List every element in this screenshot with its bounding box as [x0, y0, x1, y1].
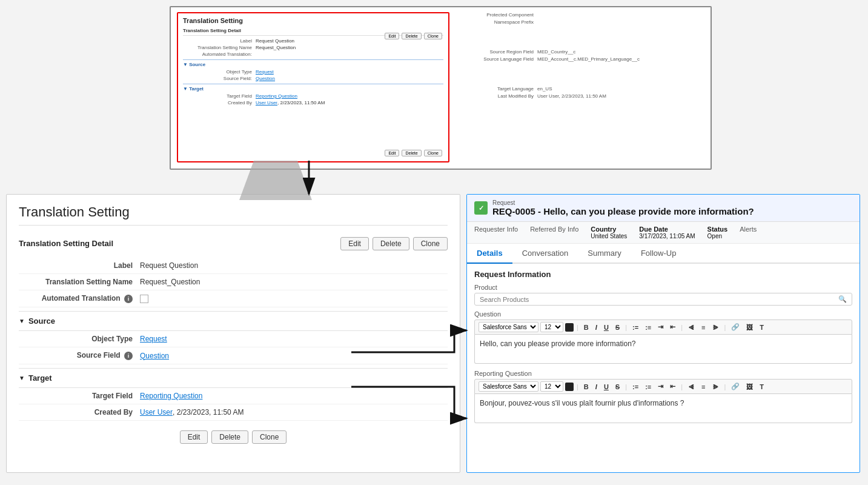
nav-country: Country United States [591, 226, 627, 239]
thumbnail-objtype-value[interactable]: Request [256, 69, 274, 75]
clone-button[interactable]: Clone [413, 237, 448, 250]
rq-underline-btn[interactable]: U [601, 383, 611, 391]
rq-indent-btn[interactable]: ⇥ [655, 382, 666, 391]
rq-link-btn[interactable]: 🔗 [729, 382, 742, 391]
rq-image-btn[interactable]: 🖼 [744, 383, 755, 391]
tab-followup[interactable]: Follow-Up [631, 244, 686, 264]
question-bold-btn[interactable]: B [581, 323, 591, 332]
rp-sub-label: Request [492, 199, 754, 206]
thumbnail-clone-btn2[interactable]: Clone [424, 150, 442, 156]
thumbnail-clone-btn[interactable]: Clone [424, 33, 442, 39]
question-editor[interactable]: Hello, can you please provide more infor… [474, 335, 852, 364]
question-align-center-btn[interactable]: ≡ [699, 323, 707, 332]
objtype-row: Object Type Request [19, 335, 448, 347]
edit-button-bottom[interactable]: Edit [180, 430, 208, 444]
createdby-user-link[interactable]: User User [140, 408, 173, 416]
question-color-picker[interactable] [565, 323, 574, 332]
nav-due-date-value: 3/17/2023, 11:05 AM [639, 233, 695, 239]
thumbnail-srcregion-row: Source Region Field MED_Country__c [459, 49, 701, 55]
reporting-question-text: Bonjour, pouvez-vous s'il vous plaît fou… [480, 399, 684, 407]
source-section-header[interactable]: ▼ Source [19, 311, 448, 331]
rq-italic-btn[interactable]: I [593, 383, 600, 391]
reporting-question-editor[interactable]: Bonjour, pouvez-vous s'il vous plaît fou… [474, 394, 852, 423]
question-underline-btn[interactable]: U [601, 323, 611, 332]
thumbnail-lastmod-key: Last Modified By [459, 93, 537, 99]
nav-requester-info[interactable]: Requester Info [474, 226, 518, 239]
autotrans-checkbox[interactable] [140, 295, 148, 303]
question-image-btn[interactable]: 🖼 [744, 323, 755, 332]
thumbnail-srcfield-value[interactable]: Question [256, 76, 275, 81]
thumbnail-tgtfield-key: Target Field [183, 93, 256, 99]
question-ul-btn[interactable]: :≡ [643, 323, 654, 332]
autotrans-field-label: Automated Translation i [19, 294, 140, 303]
nav-due-date: Due Date 3/17/2023, 11:05 AM [639, 226, 695, 239]
question-italic-btn[interactable]: I [593, 323, 600, 332]
nav-referred-by[interactable]: Referred By Info [530, 226, 578, 239]
rq-size-select[interactable]: 12 [540, 381, 563, 392]
thumbnail-tgtlang-value: en_US [537, 86, 552, 92]
tgtfield-field-value[interactable]: Reporting Question [140, 392, 202, 400]
tab-details[interactable]: Details [467, 244, 512, 264]
rq-ol-btn[interactable]: := [630, 383, 641, 391]
detail-section-header: Translation Setting Detail [19, 239, 113, 248]
edit-button[interactable]: Edit [340, 237, 369, 250]
question-align-right-btn[interactable]: ⫸ [710, 323, 721, 332]
thumbnail-createdby-value[interactable]: User User [256, 100, 277, 105]
rq-clear-btn[interactable]: T [757, 383, 766, 391]
nav-country-value: United States [591, 233, 627, 239]
nav-alerts[interactable]: Alerts [740, 226, 757, 239]
question-link-btn[interactable]: 🔗 [729, 323, 742, 332]
target-section-header[interactable]: ▼ Target [19, 368, 448, 388]
rq-align-center-btn[interactable]: ≡ [699, 383, 707, 391]
question-indent-btn[interactable]: ⇥ [655, 323, 666, 332]
question-strike-btn[interactable]: S [613, 323, 622, 332]
thumbnail-tgtfield-value[interactable]: Reporting Question [256, 93, 297, 99]
target-section-label: Target [28, 373, 52, 383]
thumbnail-protected-row: Protected Component [459, 12, 701, 18]
objtype-field-value[interactable]: Request [140, 335, 167, 343]
rq-color-picker[interactable] [565, 383, 574, 391]
tab-conversation[interactable]: Conversation [512, 244, 578, 264]
question-align-left-btn[interactable]: ⫷ [686, 323, 697, 332]
tsname-field-value: Request_Question [140, 278, 200, 286]
thumbnail-srcregion-value: MED_Country__c [537, 49, 575, 55]
delete-button-bottom[interactable]: Delete [211, 430, 248, 444]
thumbnail-edit-btn[interactable]: Edit [385, 33, 399, 39]
thumbnail-createdby-date: , 2/23/2023, 11:50 AM [277, 100, 325, 105]
thumbnail-edit-btn2[interactable]: Edit [385, 150, 399, 156]
delete-button[interactable]: Delete [373, 237, 409, 250]
thumbnail-label-key: Label [183, 38, 256, 44]
rq-align-right-btn[interactable]: ⫸ [710, 383, 721, 391]
rq-strike-btn[interactable]: S [613, 383, 622, 391]
thumbnail-createdby-row: Created By User User , 2/23/2023, 11:50 … [183, 100, 443, 105]
reporting-question-label: Reporting Question [474, 370, 852, 377]
label-field-value: Request Question [140, 261, 198, 270]
target-arrow-icon: ▼ [19, 375, 25, 381]
thumbnail-delete-btn2[interactable]: Delete [402, 150, 421, 156]
source-section-label: Source [28, 316, 55, 326]
clone-button-bottom[interactable]: Clone [252, 430, 287, 444]
product-search-input[interactable] [480, 296, 836, 303]
thumbnail-inner-box: Translation Setting Edit Delete Clone Tr… [177, 12, 449, 162]
question-outdent-btn[interactable]: ⇤ [668, 323, 678, 332]
thumbnail-srclang-key: Source Language Field [459, 56, 537, 62]
question-ol-btn[interactable]: := [630, 323, 641, 332]
tab-summary[interactable]: Summary [578, 244, 631, 264]
main-left-panel: Translation Setting Translation Setting … [6, 194, 460, 473]
question-size-select[interactable]: 12 [540, 322, 563, 332]
rq-bold-btn[interactable]: B [581, 383, 591, 391]
product-search-box[interactable]: 🔍 [474, 293, 852, 306]
thumbnail-title: Translation Setting [183, 17, 443, 24]
rq-ul-btn[interactable]: :≡ [643, 383, 654, 391]
thumbnail-objtype-row: Object Type Request [183, 69, 443, 75]
rq-outdent-btn[interactable]: ⇤ [668, 382, 678, 391]
thumbnail-delete-btn[interactable]: Delete [402, 33, 421, 39]
rq-font-select[interactable]: Salesforce Sans [479, 381, 538, 392]
thumbnail-srcfield-row: Source Field: Question [183, 76, 443, 81]
question-font-select[interactable]: Salesforce Sans [479, 322, 538, 332]
tgtfield-field-label: Target Field [19, 392, 140, 400]
question-clear-btn[interactable]: T [757, 323, 766, 332]
thumbnail-autotrans-key: Automated Translation: [183, 52, 256, 57]
srcfield-field-value[interactable]: Question [140, 352, 169, 360]
rq-align-left-btn[interactable]: ⫷ [686, 383, 697, 391]
